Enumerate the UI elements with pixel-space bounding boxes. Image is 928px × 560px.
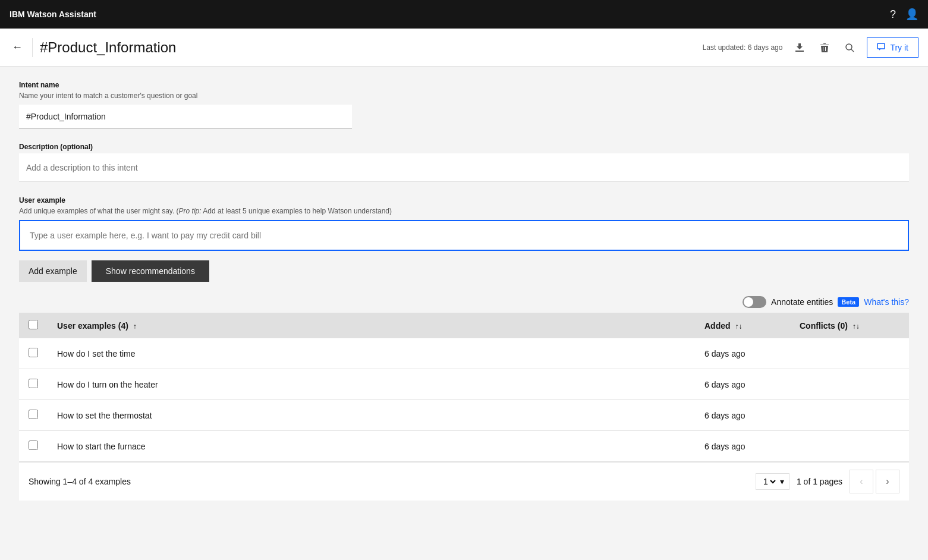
top-nav: IBM Watson Assistant ? 👤: [0, 0, 928, 29]
table-header: User examples (4) ↑ Added ↑↓ Conflicts (…: [19, 313, 909, 338]
back-button[interactable]: ←: [10, 39, 25, 56]
help-icon[interactable]: ?: [890, 8, 896, 21]
search-button[interactable]: [842, 40, 857, 55]
row-example-cell: How to set the thermostat: [48, 400, 695, 431]
try-it-button[interactable]: Try it: [867, 37, 918, 58]
row-conflicts-cell: [790, 431, 909, 462]
annotate-toggle[interactable]: [743, 296, 766, 308]
download-button[interactable]: [792, 40, 807, 55]
pagination-area: 1 ▾ 1 of 1 pages ‹ ›: [756, 470, 899, 493]
svg-point-0: [846, 44, 852, 50]
sublabel-suffix: Add at least 5 unique examples to help W…: [202, 207, 392, 215]
table-row: How to start the furnace 6 days ago: [19, 431, 909, 462]
row-added-cell: 6 days ago: [695, 338, 790, 369]
show-recommendations-button[interactable]: Show recommendations: [92, 260, 209, 282]
toggle-knob: [744, 297, 753, 307]
add-example-button[interactable]: Add example: [19, 260, 87, 282]
next-page-button[interactable]: ›: [876, 470, 899, 493]
sublabel-italic: Pro tip:: [179, 207, 202, 215]
page-select[interactable]: 1: [761, 476, 778, 487]
user-icon[interactable]: 👤: [905, 8, 918, 21]
header-actions: Last updated: 6 days ago Try it: [703, 37, 918, 58]
delete-button[interactable]: [817, 40, 832, 55]
page-title: #Product_Information: [40, 39, 696, 56]
example-button-row: Add example Show recommendations: [19, 260, 909, 282]
last-updated-text: Last updated: 6 days ago: [703, 43, 783, 52]
sublabel-prefix: Add unique examples of what the user mig…: [19, 207, 179, 215]
showing-text: Showing 1–4 of 4 examples: [29, 477, 131, 486]
example-input[interactable]: [20, 221, 908, 250]
row-checkbox[interactable]: [29, 348, 38, 357]
description-section: Description (optional): [19, 143, 909, 182]
row-checkbox-cell: [19, 431, 48, 462]
table-footer: Showing 1–4 of 4 examples 1 ▾ 1 of 1 pag…: [19, 462, 909, 501]
added-column-header[interactable]: Added ↑↓: [695, 313, 790, 338]
row-conflicts-cell: [790, 400, 909, 431]
row-example-cell: How to start the furnace: [48, 431, 695, 462]
table-body: How do I set the time 6 days ago How do …: [19, 338, 909, 462]
row-example-cell: How do I set the time: [48, 338, 695, 369]
topnav-brand-area: IBM Watson Assistant: [10, 10, 96, 19]
annotate-row: Annotate entities Beta What's this?: [19, 296, 909, 308]
download-icon: [794, 42, 805, 53]
examples-table: User examples (4) ↑ Added ↑↓ Conflicts (…: [19, 313, 909, 462]
intent-name-section: Intent name Name your intent to match a …: [19, 81, 909, 128]
topnav-icons: ? 👤: [890, 8, 918, 21]
page-of-text: 1 of 1 pages: [797, 477, 842, 486]
description-input[interactable]: [19, 153, 909, 182]
main-content: Intent name Name your intent to match a …: [0, 67, 928, 560]
svg-rect-1: [877, 43, 885, 49]
annotate-label: Annotate entities: [771, 297, 833, 307]
select-all-checkbox[interactable]: [29, 320, 38, 329]
whats-this-link[interactable]: What's this?: [864, 297, 909, 307]
example-input-wrapper: [19, 220, 909, 251]
description-label: Description (optional): [19, 143, 909, 151]
chevron-down-icon: ▾: [780, 477, 784, 486]
ibm-logo: IBM Watson Assistant: [10, 10, 96, 19]
header-bar: ← #Product_Information Last updated: 6 d…: [0, 29, 928, 67]
conflicts-sort-icon: ↑↓: [852, 322, 860, 331]
intent-name-sublabel: Name your intent to match a customer's q…: [19, 92, 909, 100]
intent-name-input[interactable]: [19, 105, 352, 128]
row-checkbox-cell: [19, 400, 48, 431]
row-conflicts-cell: [790, 369, 909, 400]
row-checkbox[interactable]: [29, 379, 38, 388]
user-example-sublabel: Add unique examples of what the user mig…: [19, 207, 909, 215]
table-row: How do I set the time 6 days ago: [19, 338, 909, 369]
row-example-cell: How do I turn on the heater: [48, 369, 695, 400]
row-checkbox[interactable]: [29, 441, 38, 450]
added-sort-icon: ↑↓: [735, 322, 742, 331]
examples-column-header[interactable]: User examples (4) ↑: [48, 313, 695, 338]
chat-icon: [877, 43, 886, 52]
row-checkbox-cell: [19, 338, 48, 369]
conflicts-column-header[interactable]: Conflicts (0) ↑↓: [790, 313, 909, 338]
select-all-header: [19, 313, 48, 338]
intent-name-label: Intent name: [19, 81, 909, 89]
prev-page-button[interactable]: ‹: [850, 470, 873, 493]
beta-badge: Beta: [838, 297, 859, 307]
user-example-label: User example: [19, 196, 909, 205]
row-checkbox-cell: [19, 369, 48, 400]
row-added-cell: 6 days ago: [695, 369, 790, 400]
page-select-wrapper: 1 ▾: [756, 473, 789, 490]
search-icon: [844, 42, 855, 53]
table-row: How to set the thermostat 6 days ago: [19, 400, 909, 431]
table-row: How do I turn on the heater 6 days ago: [19, 369, 909, 400]
row-conflicts-cell: [790, 338, 909, 369]
row-checkbox[interactable]: [29, 410, 38, 419]
row-added-cell: 6 days ago: [695, 400, 790, 431]
row-added-cell: 6 days ago: [695, 431, 790, 462]
header-divider: [32, 38, 33, 57]
user-example-section: User example Add unique examples of what…: [19, 196, 909, 251]
delete-icon: [819, 42, 830, 53]
examples-sort-icon: ↑: [133, 322, 137, 331]
